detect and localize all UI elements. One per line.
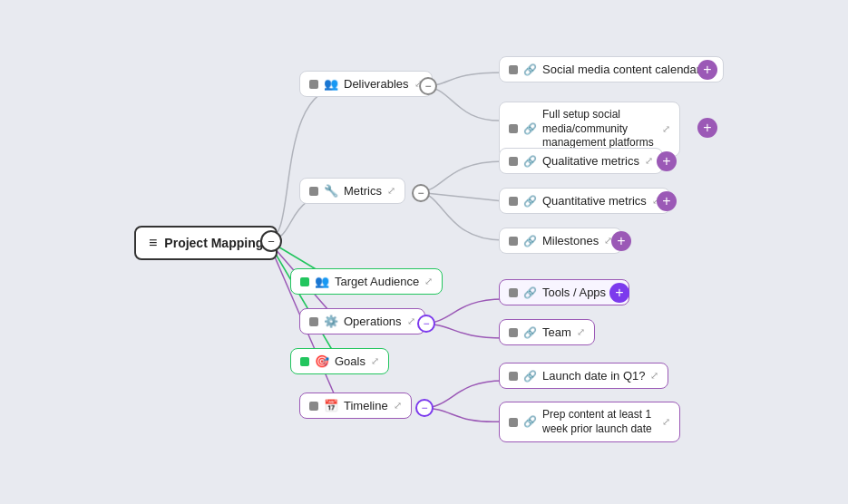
social-media-node[interactable]: 🔗 Social media content calendar ⤢ (499, 56, 724, 82)
operations-expand-icon[interactable]: ⤢ (407, 315, 415, 327)
goals-expand-icon[interactable]: ⤢ (371, 355, 379, 367)
quantitative-color (509, 197, 518, 206)
team-label: Team (542, 325, 571, 339)
goals-label: Goals (335, 354, 366, 368)
operations-color (309, 317, 318, 326)
target-audience-label: Target Audience (335, 275, 419, 288)
add-icon-6: + (615, 285, 623, 301)
canvas: ≡ Project Mapping − 👥 Deliverables ⤢ − 🔧… (0, 0, 848, 504)
quantitative-node[interactable]: 🔗 Quantitative metrics ⤢ (499, 188, 670, 214)
launch-date-expand-icon[interactable]: ⤢ (650, 370, 658, 382)
qualitative-link-icon: 🔗 (523, 155, 537, 168)
qualitative-node[interactable]: 🔗 Qualitative metrics ⤢ (499, 148, 663, 174)
deliverables-collapse-icon: − (424, 80, 431, 92)
quantitative-link-icon: 🔗 (523, 195, 537, 208)
prep-content-node[interactable]: 🔗 Prep content at least 1 week prior lau… (499, 402, 680, 442)
add-icon-3: + (662, 153, 670, 170)
milestones-color (509, 237, 518, 246)
full-setup-expand-icon[interactable]: ⤢ (662, 122, 670, 135)
operations-collapse-icon: − (423, 317, 429, 330)
metrics-collapse-icon: − (417, 187, 424, 199)
launch-date-node[interactable]: 🔗 Launch date in Q1? ⤢ (499, 363, 668, 389)
qualitative-label: Qualitative metrics (542, 154, 639, 168)
add-icon-4: + (662, 193, 670, 209)
full-setup-link-icon: 🔗 (523, 122, 537, 137)
operations-collapse-btn[interactable]: − (417, 315, 435, 333)
metrics-label: Metrics (344, 184, 382, 198)
goals-color (300, 357, 309, 366)
tools-apps-link-icon: 🔗 (523, 286, 537, 299)
timeline-collapse-icon: − (421, 402, 427, 414)
operations-node[interactable]: ⚙️ Operations ⤢ (299, 308, 425, 334)
timeline-collapse-btn[interactable]: − (415, 399, 434, 417)
add-icon: + (703, 62, 711, 78)
root-label: Project Mapping (164, 236, 263, 250)
metrics-color (309, 187, 318, 196)
milestones-label: Milestones (542, 234, 599, 247)
metrics-collapse-btn[interactable]: − (412, 184, 430, 202)
goals-node[interactable]: 🎯 Goals ⤢ (290, 348, 389, 374)
launch-date-color (509, 372, 518, 381)
root-collapse-btn[interactable]: − (260, 230, 282, 252)
metrics-icon: 🔧 (324, 184, 338, 198)
root-icon: ≡ (149, 235, 157, 251)
metrics-node[interactable]: 🔧 Metrics ⤢ (299, 178, 405, 204)
qualitative-expand-icon[interactable]: ⤢ (645, 155, 653, 167)
root-collapse-icon: − (268, 235, 275, 248)
metrics-expand-icon[interactable]: ⤢ (387, 185, 395, 197)
full-setup-color (509, 124, 518, 133)
deliverables-icon: 👥 (324, 77, 338, 91)
deliverables-collapse-btn[interactable]: − (419, 77, 437, 95)
tools-apps-add-btn[interactable]: + (609, 283, 629, 303)
launch-date-link-icon: 🔗 (523, 370, 537, 383)
tools-apps-label: Tools / Apps (542, 286, 606, 299)
milestones-link-icon: 🔗 (523, 235, 537, 247)
root-node[interactable]: ≡ Project Mapping (134, 226, 278, 260)
milestones-node[interactable]: 🔗 Milestones ⤢ (499, 228, 622, 254)
target-audience-color (300, 277, 309, 286)
tools-apps-color (509, 288, 518, 297)
milestones-add-btn[interactable]: + (611, 231, 631, 251)
full-setup-label: Full setup social media/community manage… (542, 108, 657, 150)
operations-label: Operations (344, 315, 402, 328)
social-media-label: Social media content calendar (542, 63, 700, 76)
quantitative-label: Quantitative metrics (542, 194, 647, 208)
qualitative-add-btn[interactable]: + (657, 151, 677, 171)
team-expand-icon[interactable]: ⤢ (577, 326, 585, 338)
timeline-label: Timeline (344, 399, 388, 412)
deliverables-label: Deliverables (344, 77, 409, 91)
target-audience-icon: 👥 (315, 275, 329, 288)
team-color (509, 328, 518, 337)
target-audience-expand-icon[interactable]: ⤢ (424, 276, 433, 287)
qualitative-color (509, 157, 518, 166)
social-media-color (509, 65, 518, 74)
team-link-icon: 🔗 (523, 326, 537, 339)
add-icon-2: + (703, 120, 711, 136)
quantitative-add-btn[interactable]: + (657, 191, 677, 211)
social-media-add-btn[interactable]: + (697, 60, 717, 80)
target-audience-node[interactable]: 👥 Target Audience ⤢ (290, 268, 443, 295)
prep-content-expand-icon[interactable]: ⤢ (662, 415, 670, 428)
prep-content-link-icon: 🔗 (523, 415, 537, 430)
goals-icon: 🎯 (315, 354, 329, 368)
launch-date-label: Launch date in Q1? (542, 369, 645, 383)
operations-icon: ⚙️ (324, 315, 338, 328)
timeline-icon: 📅 (324, 399, 338, 412)
timeline-expand-icon[interactable]: ⤢ (394, 400, 402, 412)
deliverables-color (309, 80, 318, 89)
team-node[interactable]: 🔗 Team ⤢ (499, 319, 595, 345)
prep-content-color (509, 418, 518, 427)
social-media-link-icon: 🔗 (523, 63, 537, 76)
timeline-color (309, 402, 318, 411)
add-icon-5: + (617, 233, 625, 249)
full-setup-add-btn[interactable]: + (697, 118, 717, 138)
timeline-node[interactable]: 📅 Timeline ⤢ (299, 393, 412, 419)
prep-content-label: Prep content at least 1 week prior launc… (542, 408, 657, 436)
deliverables-node[interactable]: 👥 Deliverables ⤢ (299, 71, 433, 97)
